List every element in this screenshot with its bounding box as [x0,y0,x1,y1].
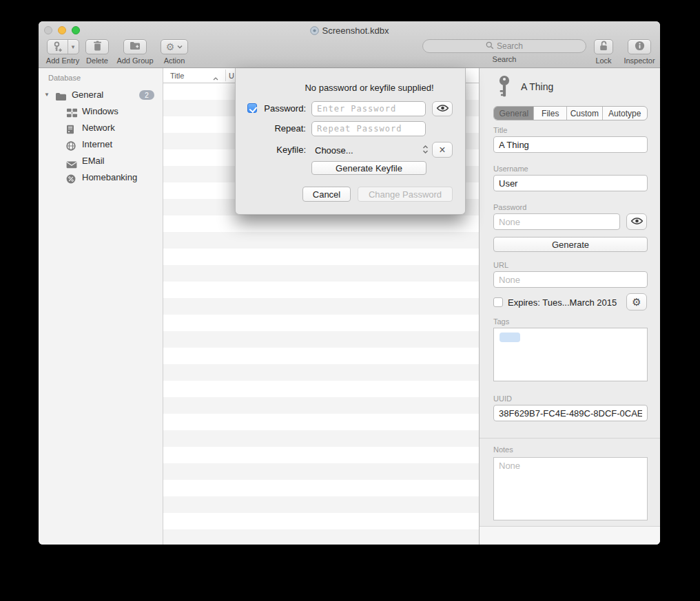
trash-icon [93,41,102,53]
add-entry-dropdown[interactable]: ▾ [68,40,79,54]
entry-count-badge: 2 [139,90,154,100]
keyfile-label: Keyfile: [236,143,306,158]
search-label: Search [493,55,517,63]
password-field[interactable] [493,213,620,230]
uuid-field[interactable] [493,405,648,421]
change-password-button[interactable]: Change Password [358,187,453,202]
generate-keyfile-button[interactable]: Generate Keyfile [311,161,426,175]
username-field-label: Username [493,165,528,173]
sidebar-item-label: Windows [82,103,119,120]
title-field[interactable] [493,136,648,153]
close-x-icon: × [439,145,445,156]
sidebar-item-windows[interactable]: Windows [39,103,163,120]
url-field-label: URL [493,261,508,269]
search-icon [486,41,494,52]
tab-autotype[interactable]: Autotype [603,107,647,120]
disclosure-triangle-icon[interactable]: ▼ [44,87,50,103]
inspector-tabs: General Files Custom Autotype [493,106,648,120]
entry-title: A Thing [521,81,553,92]
action-label: Action [164,56,185,65]
sidebar-item-label: Internet [82,136,112,153]
sidebar-item-internet[interactable]: Internet [39,136,163,153]
info-icon [635,41,645,53]
titlebar: Screenshot.kdbx ▾ Add Entry [39,21,660,68]
inspector-button[interactable] [628,39,651,54]
inspector-footer [480,527,660,545]
sidebar-item-general[interactable]: ▼ General 2 [39,87,163,103]
notes-label: Notes [493,445,513,454]
tags-field[interactable] [493,328,648,381]
toolbar-search: Search Search [422,39,586,63]
expires-checkbox[interactable] [493,297,503,307]
sidebar-item-label: General [72,87,103,103]
toolbar-action: ⚙ Action [158,39,190,65]
expires-row: Expires: Tues...March 2015 [493,295,617,309]
reveal-password-button[interactable] [626,213,647,230]
title-field-label: Title [493,126,507,134]
column-divider[interactable] [225,70,226,81]
username-field[interactable] [493,175,648,191]
lock-label: Lock [595,56,611,65]
sidebar-item-network[interactable]: Network [39,120,163,136]
notes-field[interactable] [493,457,648,520]
add-group-button[interactable] [123,39,147,54]
delete-button[interactable] [85,39,109,54]
document-icon [310,26,319,37]
keyfile-selected-value: Choose... [311,145,422,156]
tab-custom[interactable]: Custom [567,107,603,120]
tab-general[interactable]: General [494,107,534,120]
key-icon [497,75,511,101]
add-entry-label: Add Entry [46,56,79,65]
inspector-label: Inspector [624,56,655,65]
updown-chevrons-icon [422,145,429,156]
add-entry-button[interactable]: ▾ [47,39,79,54]
search-placeholder: Search [497,41,523,51]
password-field-label: Password [493,203,526,211]
sidebar-item-label: Homebanking [82,169,137,186]
reveal-password-button[interactable] [432,101,453,116]
toolbar-delete: Delete [84,39,110,65]
search-input[interactable]: Search [422,39,586,53]
lock-button[interactable] [594,39,613,54]
tags-label: Tags [493,317,509,326]
app-window: Screenshot.kdbx ▾ Add Entry [39,21,660,545]
folder-plus-icon [130,41,141,52]
gear-icon: ⚙ [166,41,175,52]
sidebar-item-homebanking[interactable]: Homebanking [39,169,163,186]
cancel-button[interactable]: Cancel [302,187,351,202]
column-header-title[interactable]: Title [170,68,184,83]
sidebar-item-label: EMail [82,153,105,169]
toolbar-inspector: Inspector [620,39,659,65]
toolbar-add-entry: ▾ Add Entry [45,39,81,65]
keyfile-popup[interactable]: Choose... [311,143,429,158]
add-group-label: Add Group [116,56,153,65]
column-header-username-partial[interactable]: U [229,68,234,83]
sheet-warning-message: No password or keyfile supplied! [274,83,465,93]
url-field[interactable] [493,271,648,288]
repeat-label: Repeat: [236,121,306,136]
tab-files[interactable]: Files [534,107,567,120]
repeat-input[interactable] [311,121,426,136]
password-label: Password: [236,101,306,116]
delete-label: Delete [86,56,108,65]
percent-circle-icon [66,173,76,189]
sort-ascending-icon [213,74,218,82]
action-button[interactable]: ⚙ [161,39,188,54]
inspector-panel: A Thing General Files Custom Autotype Ti… [479,68,660,545]
tag-token[interactable] [500,333,520,342]
clear-keyfile-button[interactable]: × [432,142,453,158]
toolbar-add-group: Add Group [114,39,156,65]
chevron-down-icon [177,43,183,50]
sidebar: Database ▼ General 2 [39,68,163,545]
sidebar-item-email[interactable]: EMail [39,153,163,169]
password-input[interactable] [311,101,426,116]
eye-icon [436,104,449,114]
expires-settings-button[interactable]: ⚙ [626,293,647,310]
generate-password-button[interactable]: Generate [493,237,648,252]
eye-icon [630,217,644,227]
sidebar-item-label: Network [82,120,115,136]
screenshot-canvas: Screenshot.kdbx ▾ Add Entry [0,0,700,601]
gear-icon: ⚙ [632,296,641,308]
toolbar-lock: Lock [589,39,618,65]
uuid-label: UUID [493,394,512,403]
